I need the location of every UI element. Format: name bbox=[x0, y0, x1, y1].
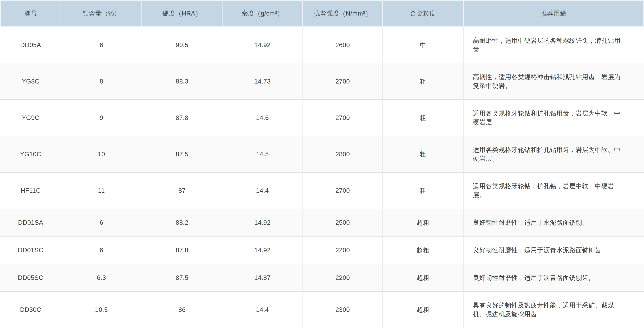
cell-grain: 超粗 bbox=[382, 264, 464, 292]
table-row: DD05A690.514.922600中高耐磨性，适用中硬岩层的各种螺纹钎头，潜… bbox=[0, 27, 644, 63]
table-row: DD01SC687.814.922200超粗良好韧性耐磨性，适用于沥青水泥路面铣… bbox=[0, 236, 644, 264]
cell-density: 14.92 bbox=[222, 27, 303, 63]
cell-strength: 2700 bbox=[303, 100, 382, 136]
cell-hardness: 87.8 bbox=[142, 236, 222, 264]
cell-cobalt: 9 bbox=[61, 100, 142, 136]
table-row: DD05SC6.387.514.872200超粗良好韧性耐磨性，适用于沥青路面铣… bbox=[0, 264, 644, 292]
header-row: 牌号钴含量（%）硬度（HRA）密度（g/cm³）抗弯强度（N/mm²）合金粒度推… bbox=[0, 0, 644, 27]
table-row: YG10C1087.514.52800粗适用各类规格牙轮钻和扩孔钻用齿，岩层为中… bbox=[0, 136, 644, 172]
cell-density: 14.87 bbox=[222, 264, 303, 292]
cell-hardness: 87.5 bbox=[142, 136, 222, 172]
cell-grain: 超粗 bbox=[382, 236, 464, 264]
cell-cobalt: 6 bbox=[61, 209, 142, 236]
cell-strength: 2200 bbox=[303, 236, 382, 264]
cell-grade: YG10C bbox=[0, 136, 61, 172]
column-header-cobalt: 钴含量（%） bbox=[61, 0, 142, 27]
table-row: YG9C987.814.62700粗适用各类规格牙轮钻和扩孔钻用齿，岩层为中软、… bbox=[0, 100, 644, 136]
cell-grade: YG8C bbox=[0, 63, 61, 100]
cell-strength: 2700 bbox=[303, 172, 382, 209]
cell-hardness: 87.5 bbox=[142, 264, 222, 292]
cell-density: 14.4 bbox=[222, 172, 303, 209]
cell-grain: 粗 bbox=[382, 136, 464, 172]
cell-grain: 超粗 bbox=[382, 209, 464, 236]
cell-hardness: 87.8 bbox=[142, 100, 222, 136]
cell-grain: 超粗 bbox=[382, 292, 464, 328]
cell-strength: 2500 bbox=[303, 209, 382, 236]
cell-grade: DD05SC bbox=[0, 264, 61, 292]
cell-density: 14.6 bbox=[222, 100, 303, 136]
cell-cobalt: 10 bbox=[61, 136, 142, 172]
cell-strength: 2200 bbox=[303, 264, 382, 292]
cell-strength: 2800 bbox=[303, 136, 382, 172]
cell-hardness: 87 bbox=[142, 172, 222, 209]
column-header-strength: 抗弯强度（N/mm²） bbox=[303, 0, 382, 27]
cell-usage: 良好韧性耐磨性，适用于沥青路面铣刨齿。 bbox=[464, 264, 644, 292]
cell-grade: YG9C bbox=[0, 100, 61, 136]
cell-cobalt: 8 bbox=[61, 63, 142, 100]
table-body: DD05A690.514.922600中高耐磨性，适用中硬岩层的各种螺纹钎头，潜… bbox=[0, 27, 644, 328]
cell-grain: 粗 bbox=[382, 172, 464, 209]
table-row: DD30C10.58614.42300超粗具有良好的韧性及热疲劳性能，适用于采矿… bbox=[0, 292, 644, 328]
cell-hardness: 88.2 bbox=[142, 209, 222, 236]
table-row: DD01SA688.214.922500超粗良好韧性耐磨性，适用于水泥路面铣刨。 bbox=[0, 209, 644, 236]
cell-hardness: 90.5 bbox=[142, 27, 222, 63]
cell-usage: 良好韧性耐磨性，适用于沥青水泥路面铣刨齿。 bbox=[464, 236, 644, 264]
cell-hardness: 88.3 bbox=[142, 63, 222, 100]
cell-grain: 粗 bbox=[382, 100, 464, 136]
cell-strength: 2700 bbox=[303, 63, 382, 100]
cell-strength: 2300 bbox=[303, 292, 382, 328]
column-header-density: 密度（g/cm³） bbox=[222, 0, 303, 27]
cell-density: 14.5 bbox=[222, 136, 303, 172]
cell-grade: DD30C bbox=[0, 292, 61, 328]
cell-usage: 良好韧性耐磨性，适用于水泥路面铣刨。 bbox=[464, 209, 644, 236]
cell-strength: 2600 bbox=[303, 27, 382, 63]
column-header-hardness: 硬度（HRA） bbox=[142, 0, 222, 27]
cell-density: 14.73 bbox=[222, 63, 303, 100]
cell-usage: 适用各类规格牙轮钻和扩孔钻用齿，岩层为中软、中硬岩层。 bbox=[464, 136, 644, 172]
cell-grade: DD01SA bbox=[0, 209, 61, 236]
cell-cobalt: 11 bbox=[61, 172, 142, 209]
cell-usage: 具有良好的韧性及热疲劳性能，适用于采矿、截煤机、掘进机及旋挖用齿。 bbox=[464, 292, 644, 328]
table-row: YG8C888.314.732700粗高韧性，适用各类规格冲击钻和浅孔钻用齿，岩… bbox=[0, 63, 644, 100]
column-header-usage: 推荐用途 bbox=[464, 0, 644, 27]
cell-usage: 高韧性，适用各类规格冲击钻和浅孔钻用齿，岩层为复杂中硬岩。 bbox=[464, 63, 644, 100]
cell-usage: 高耐磨性，适用中硬岩层的各种螺纹钎头，潜孔钻用齿。 bbox=[464, 27, 644, 63]
cell-density: 14.92 bbox=[222, 236, 303, 264]
cell-hardness: 86 bbox=[142, 292, 222, 328]
cell-cobalt: 10.5 bbox=[61, 292, 142, 328]
cell-cobalt: 6.3 bbox=[61, 264, 142, 292]
table-row: HF11C118714.42700粗适用各类规格牙轮钻，扩孔钻，岩层中软、中硬岩… bbox=[0, 172, 644, 209]
cell-grade: DD05A bbox=[0, 27, 61, 63]
table-header: 牌号钴含量（%）硬度（HRA）密度（g/cm³）抗弯强度（N/mm²）合金粒度推… bbox=[0, 0, 644, 27]
cell-density: 14.92 bbox=[222, 209, 303, 236]
cell-grade: DD01SC bbox=[0, 236, 61, 264]
cell-grain: 中 bbox=[382, 27, 464, 63]
column-header-grain: 合金粒度 bbox=[382, 0, 464, 27]
cell-cobalt: 6 bbox=[61, 27, 142, 63]
column-header-grade: 牌号 bbox=[0, 0, 61, 27]
cell-usage: 适用各类规格牙轮钻和扩孔钻用齿，岩层为中软、中硬岩层。 bbox=[464, 100, 644, 136]
cell-cobalt: 6 bbox=[61, 236, 142, 264]
cell-usage: 适用各类规格牙轮钻，扩孔钻，岩层中软、中硬岩层。 bbox=[464, 172, 644, 209]
alloy-grades-table: 牌号钴含量（%）硬度（HRA）密度（g/cm³）抗弯强度（N/mm²）合金粒度推… bbox=[0, 0, 644, 328]
cell-grain: 粗 bbox=[382, 63, 464, 100]
cell-grade: HF11C bbox=[0, 172, 61, 209]
cell-density: 14.4 bbox=[222, 292, 303, 328]
